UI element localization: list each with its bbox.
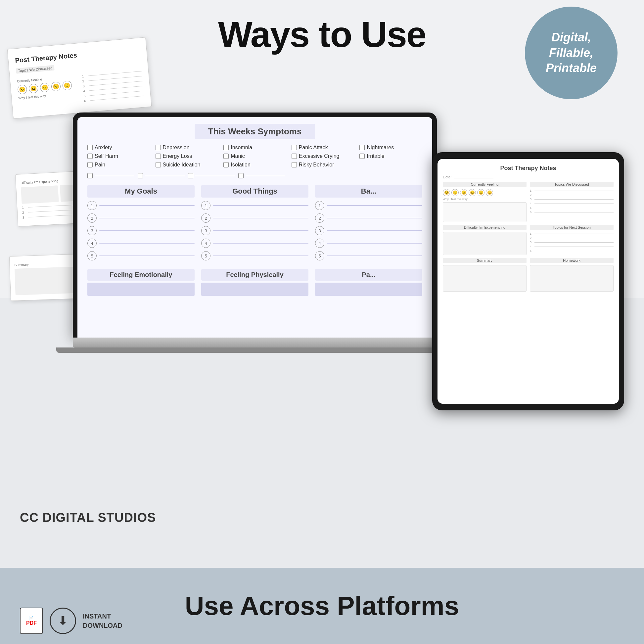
symptom-risky: Risky Behavior — [292, 162, 354, 168]
badge-text: Digital, Fillable, Printable — [546, 30, 597, 76]
laptop: This Weeks Symptoms Anxiety Depression I… — [73, 113, 437, 353]
tablet-homework-box — [530, 265, 614, 292]
symptom-anxiety: Anxiety — [87, 145, 150, 151]
tablet-outer: Post Therapy Notes Date: Currently Feeli… — [432, 152, 624, 410]
laptop-screen-outer: This Weeks Symptoms Anxiety Depression I… — [73, 113, 437, 338]
emoji-smile: 🙂 — [62, 80, 72, 90]
topics-numbered: 1 2 3 4 5 6 — [82, 69, 144, 103]
tablet-topics-lines: 1 2 3 4 5 6 — [530, 189, 614, 214]
topics-label: Topics We Discussed — [16, 65, 55, 74]
feeling-emotionally-title: Feeling Emotionally — [87, 269, 195, 281]
symptom-pain: Pain — [87, 162, 150, 168]
footer-icons-row: 📄 PDF ⬇ INSTANT DOWNLOAD — [20, 608, 122, 634]
checkbox-excessive-crying — [292, 154, 297, 159]
symptoms-grid: Anxiety Depression Insomnia Panic Attack — [87, 145, 422, 168]
feeling-emotionally-box — [87, 283, 195, 296]
feeling-pat-box — [315, 283, 422, 296]
digital-badge: Digital, Fillable, Printable — [525, 7, 618, 99]
tablet-topics-next-col: Topics for Next Session 1 2 3 4 5 — [530, 225, 614, 255]
laptop-base-bottom — [56, 347, 453, 353]
goals-section: My Goals 1 2 3 4 5 Good Things 1 2 3 4 5 — [87, 185, 422, 264]
feeling-emotionally-col: Feeling Emotionally — [87, 269, 195, 297]
pdf-icon: 📄 PDF — [20, 608, 43, 634]
tablet-emoji-row: 😟 😔 😠 😐 🙂 😊 — [443, 189, 527, 196]
tablet-summary-box — [443, 265, 527, 292]
emoji-5: 🙂 — [477, 189, 484, 196]
bad-title: Ba... — [315, 185, 422, 198]
paper-doc-background: Post Therapy Notes Topics We Discussed C… — [7, 37, 152, 119]
tablet-date: Date: — [443, 175, 614, 179]
tablet-summary-col: Summary — [443, 258, 527, 292]
tablet-top-row: Currently Feeling 😟 😔 😠 😐 🙂 😊 Why I feel… — [443, 182, 614, 222]
bad-col: Ba... 1 2 3 4 5 — [315, 185, 422, 264]
emoji-1: 😟 — [443, 189, 450, 196]
good-things-col: Good Things 1 2 3 4 5 — [201, 185, 308, 264]
checkbox-manic — [223, 154, 229, 159]
symptom-irritable: Irritable — [359, 153, 422, 159]
symptom-excessive-crying: Excessive Crying — [292, 153, 354, 159]
symptom-selfharm: Self Harm — [87, 153, 150, 159]
tablet-next-lines: 1 2 3 4 5 — [530, 232, 614, 253]
emoji-6: 😊 — [486, 189, 493, 196]
symptom-isolation: Isolation — [223, 162, 286, 168]
symptom-insomnia: Insomnia — [223, 145, 286, 151]
tablet-topics-col: Topics We Discussed 1 2 3 4 5 6 — [530, 182, 614, 222]
checkbox-nightmares — [359, 145, 365, 150]
laptop-content: This Weeks Symptoms Anxiety Depression I… — [77, 117, 432, 338]
tablet-feeling-col: Currently Feeling 😟 😔 😠 😐 🙂 😊 Why I feel… — [443, 182, 527, 222]
symptom-nightmares: Nightmares — [359, 145, 422, 151]
goals-title: My Goals — [87, 185, 195, 198]
symptom-depression: Depression — [156, 145, 218, 151]
tablet-why-textarea — [443, 202, 527, 222]
emoji-3: 😠 — [460, 189, 467, 196]
checkbox-suicide — [156, 162, 161, 167]
tablet-summary-label: Summary — [443, 258, 527, 263]
footer-main-text: Use Across Platforms — [185, 591, 459, 621]
tablet-middle-row: Difficulty I'm Experiencing Topics for N… — [443, 225, 614, 255]
checkbox-selfharm — [87, 154, 93, 159]
emoji-sad: 😟 — [17, 84, 27, 94]
checkbox-anxiety — [87, 145, 93, 150]
feeling-section: Feeling Emotionally Feeling Physically P… — [87, 269, 422, 297]
tablet-inner: Post Therapy Notes Date: Currently Feeli… — [437, 159, 619, 404]
tablet-currently-feeling: Currently Feeling — [443, 182, 527, 187]
tablet-difficulty-col: Difficulty I'm Experiencing — [443, 225, 527, 255]
week-title: This Weeks Symptoms — [195, 124, 315, 139]
goals-col: My Goals 1 2 3 4 5 — [87, 185, 195, 264]
tablet-bottom-row: Summary Homework — [443, 258, 614, 292]
checkbox-pain — [87, 162, 93, 167]
brand-text: CC DIGITAL STUDIOS — [20, 511, 156, 525]
custom-symptoms — [87, 173, 422, 178]
good-things-title: Good Things — [201, 185, 308, 198]
laptop-screen-inner: This Weeks Symptoms Anxiety Depression I… — [77, 117, 432, 338]
symptom-manic: Manic — [223, 153, 286, 159]
checkbox-energyloss — [156, 154, 161, 159]
feeling-physically-box — [201, 283, 308, 296]
tablet-title: Post Therapy Notes — [443, 165, 614, 172]
symptom-energyloss: Energy Loss — [156, 153, 218, 159]
tablet: Post Therapy Notes Date: Currently Feeli… — [432, 152, 624, 410]
checkbox-insomnia — [223, 145, 229, 150]
feeling-pat-col: Pa... — [315, 269, 422, 297]
instant-download-text: INSTANT DOWNLOAD — [83, 612, 122, 630]
symptom-suicide: Suicide Ideation — [156, 162, 218, 168]
tablet-why-label: Why I feel this way — [443, 198, 527, 201]
emoji-2: 😔 — [451, 189, 459, 196]
checkbox-irritable — [359, 154, 365, 159]
tablet-topics-next-label: Topics for Next Session — [530, 225, 614, 230]
download-icon: ⬇ — [50, 608, 76, 634]
tablet-homework-col: Homework — [530, 258, 614, 292]
emoji-neutral: 😐 — [28, 83, 38, 93]
tablet-difficulty-label: Difficulty I'm Experiencing — [443, 225, 527, 230]
checkbox-isolation — [223, 162, 229, 167]
emoji-4: 😐 — [469, 189, 476, 196]
laptop-base — [73, 338, 437, 347]
symptom-panic: Panic Attack — [292, 145, 354, 151]
checkbox-risky — [292, 162, 297, 167]
checkbox-depression — [156, 145, 161, 150]
checkbox-panic — [292, 145, 297, 150]
tablet-topics-label: Topics We Discussed — [530, 182, 614, 187]
feeling-physically-title: Feeling Physically — [201, 269, 308, 281]
feeling-physically-col: Feeling Physically — [201, 269, 308, 297]
emoji-worried: 😟 — [51, 81, 61, 91]
